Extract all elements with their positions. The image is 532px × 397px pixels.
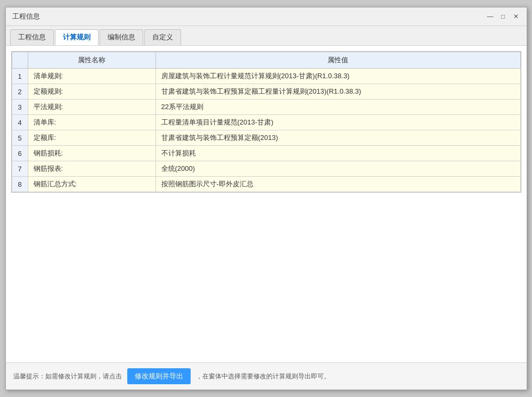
footer: 温馨提示：如需修改计算规则，请点击 修改规则并导出 ，在窗体中选择需要修改的计算… <box>6 362 527 390</box>
tab-bar: 工程信息 计算规则 编制信息 自定义 <box>6 26 527 46</box>
row-property-value: 按照钢筋图示尺寸-即外皮汇总 <box>155 177 520 192</box>
row-number: 2 <box>12 84 28 100</box>
minimize-button[interactable]: — <box>486 12 495 21</box>
row-number: 8 <box>12 177 28 192</box>
table-row: 7钢筋报表:全统(2000) <box>12 161 520 177</box>
table-row: 1清单规则:房屋建筑与装饰工程计量规范计算规则(2013-甘肃)(R1.0.38… <box>12 69 520 84</box>
col-header-index <box>12 52 28 69</box>
footer-hint-before: 温馨提示：如需修改计算规则，请点击 <box>13 372 122 381</box>
modify-export-button[interactable]: 修改规则并导出 <box>127 368 191 384</box>
row-number: 3 <box>12 100 28 115</box>
row-property-value: 甘肃省建筑与装饰工程预算定额工程量计算规则(2013)(R1.0.38.3) <box>155 84 520 100</box>
table-row: 5定额库:甘肃省建筑与装饰工程预算定额(2013) <box>12 130 520 146</box>
row-number: 1 <box>12 69 28 84</box>
row-property-name: 钢筋汇总方式: <box>28 177 155 192</box>
maximize-button[interactable]: □ <box>499 12 508 21</box>
col-header-name: 属性名称 <box>28 52 155 69</box>
row-property-value: 22系平法规则 <box>155 100 520 115</box>
row-number: 7 <box>12 161 28 177</box>
close-button[interactable]: ✕ <box>512 12 520 21</box>
table-row: 8钢筋汇总方式:按照钢筋图示尺寸-即外皮汇总 <box>12 177 520 192</box>
window-controls: — □ ✕ <box>486 12 520 21</box>
row-number: 6 <box>12 146 28 161</box>
row-property-name: 定额规则: <box>28 84 155 100</box>
row-property-name: 钢筋报表: <box>28 161 155 177</box>
tab-gongcheng[interactable]: 工程信息 <box>10 29 54 45</box>
tab-jisuan[interactable]: 计算规则 <box>55 29 99 45</box>
table-row: 6钢筋损耗:不计算损耗 <box>12 146 520 161</box>
title-bar: 工程信息 — □ ✕ <box>6 7 527 26</box>
col-header-value: 属性值 <box>155 52 520 69</box>
row-property-name: 钢筋损耗: <box>28 146 155 161</box>
row-property-name: 清单规则: <box>28 69 155 84</box>
window-title: 工程信息 <box>12 12 40 21</box>
row-property-value: 不计算损耗 <box>155 146 520 161</box>
row-property-value: 全统(2000) <box>155 161 520 177</box>
row-property-name: 清单库: <box>28 115 155 130</box>
table-row: 4清单库:工程量清单项目计量规范(2013-甘肃) <box>12 115 520 130</box>
footer-hint-after: ，在窗体中选择需要修改的计算规则导出即可。 <box>196 372 330 381</box>
table-row: 3平法规则:22系平法规则 <box>12 100 520 115</box>
properties-table-container: 属性名称 属性值 1清单规则:房屋建筑与装饰工程计量规范计算规则(2013-甘肃… <box>11 51 521 193</box>
tab-bianzhi[interactable]: 编制信息 <box>100 29 143 45</box>
row-property-value: 工程量清单项目计量规范(2013-甘肃) <box>155 115 520 130</box>
properties-table: 属性名称 属性值 1清单规则:房屋建筑与装饰工程计量规范计算规则(2013-甘肃… <box>12 52 521 192</box>
tab-zidingyi[interactable]: 自定义 <box>144 29 181 45</box>
row-property-name: 定额库: <box>28 130 155 146</box>
row-number: 4 <box>12 115 28 130</box>
table-row: 2定额规则:甘肃省建筑与装饰工程预算定额工程量计算规则(2013)(R1.0.3… <box>12 84 520 100</box>
main-window: 工程信息 — □ ✕ 工程信息 计算规则 编制信息 自定义 属性名称 属性值 <box>5 7 527 390</box>
row-property-name: 平法规则: <box>28 100 155 115</box>
row-property-value: 甘肃省建筑与装饰工程预算定额(2013) <box>155 130 520 146</box>
content-area: 属性名称 属性值 1清单规则:房屋建筑与装饰工程计量规范计算规则(2013-甘肃… <box>6 46 527 362</box>
row-number: 5 <box>12 130 28 146</box>
row-property-value: 房屋建筑与装饰工程计量规范计算规则(2013-甘肃)(R1.0.38.3) <box>155 69 520 84</box>
